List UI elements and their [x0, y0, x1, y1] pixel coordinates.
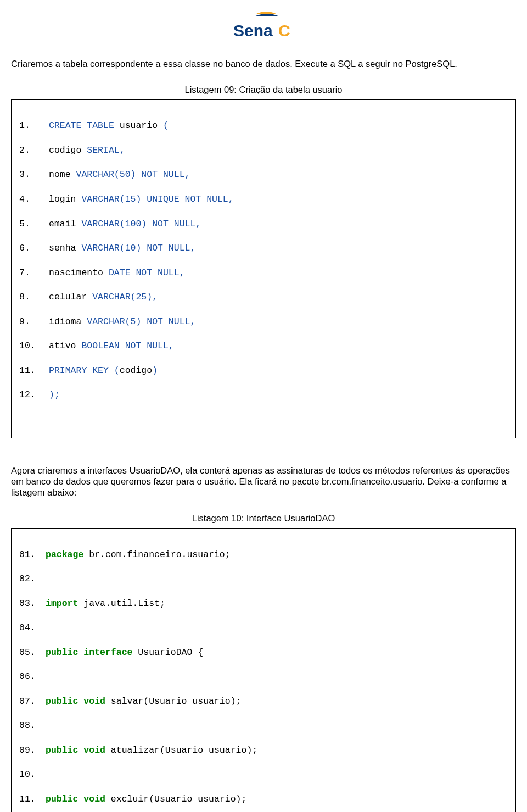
senac-logo-icon: Sena C	[228, 10, 299, 42]
code-line: 9.idioma VARCHAR(5) NOT NULL,	[19, 316, 508, 328]
code-line: 02.	[19, 573, 508, 585]
document-page: Sena C Criaremos a tabela correspondente…	[0, 10, 527, 812]
code-line: 10.ativo BOOLEAN NOT NULL,	[19, 340, 508, 352]
code-line: 6.senha VARCHAR(10) NOT NULL,	[19, 242, 508, 254]
middle-paragraph: Agora criaremos a interfaces UsuarioDAO,…	[11, 465, 516, 498]
listing-9-caption: Listagem 09: Criação da tabela usuario	[11, 85, 516, 95]
code-line: 11.public void excluir(Usuario usuario);	[19, 793, 508, 805]
code-line: 03.import java.util.List;	[19, 598, 508, 610]
svg-text:C: C	[278, 21, 290, 40]
sql-code-block: 1.CREATE TABLE usuario ( 2.codigo SERIAL…	[11, 99, 516, 438]
code-line: 7.nascimento DATE NOT NULL,	[19, 267, 508, 279]
code-line: 2.codigo SERIAL,	[19, 144, 508, 157]
code-line: 06.	[19, 671, 508, 683]
code-line: 08.	[19, 720, 508, 732]
code-line: 8.celular VARCHAR(25),	[19, 291, 508, 303]
code-line: 3.nome VARCHAR(50) NOT NULL,	[19, 169, 508, 181]
code-line: 11.PRIMARY KEY (codigo)	[19, 365, 508, 377]
code-line: 01.package br.com.financeiro.usuario;	[19, 549, 508, 561]
code-line: 1.CREATE TABLE usuario (	[19, 120, 508, 132]
code-line: 04.	[19, 622, 508, 634]
code-line: 09.public void atualizar(Usuario usuario…	[19, 744, 508, 757]
svg-text:Sena: Sena	[233, 21, 273, 40]
code-line: 5.email VARCHAR(100) NOT NULL,	[19, 218, 508, 230]
code-line: 05.public interface UsuarioDAO {	[19, 647, 508, 659]
java-code-block: 01.package br.com.financeiro.usuario; 02…	[11, 528, 516, 812]
code-line: 4.login VARCHAR(15) UNIQUE NOT NULL,	[19, 193, 508, 205]
header-logo: Sena C	[11, 10, 516, 44]
code-line: 12.);	[19, 389, 508, 401]
code-line: 07.public void salvar(Usuario usuario);	[19, 696, 508, 708]
code-line: 10.	[19, 769, 508, 781]
intro-paragraph: Criaremos a tabela correspondente a essa…	[11, 58, 516, 69]
listing-10-caption: Listagem 10: Interface UsuarioDAO	[11, 513, 516, 524]
